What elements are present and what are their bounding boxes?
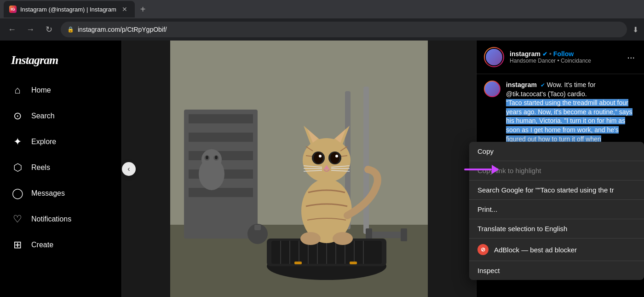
caption-content: instagram ✔ Wow. It's time for @tik.taco… (506, 81, 637, 144)
tab-favicon-icon: IG (9, 6, 17, 13)
sidebar-item-explore[interactable]: ✦ Explore (6, 130, 116, 154)
lock-icon: 🔒 (67, 26, 74, 33)
svg-rect-12 (368, 232, 405, 238)
svg-rect-14 (401, 228, 407, 241)
svg-point-43 (330, 152, 339, 163)
notifications-icon: ♡ (11, 213, 24, 226)
home-icon: ⌂ (11, 84, 24, 97)
svg-point-59 (206, 156, 208, 159)
post-image-svg (122, 41, 476, 297)
reels-icon: ⬡ (11, 161, 24, 174)
post-account-avatar (484, 47, 504, 67)
sidebar-label-create: Create (31, 241, 53, 249)
post-image-container: ‹ (122, 41, 476, 297)
svg-point-56 (201, 149, 222, 169)
reload-button[interactable]: ↻ (42, 23, 55, 36)
svg-rect-8 (363, 87, 369, 234)
svg-point-53 (300, 232, 321, 245)
address-bar: ← → ↻ 🔒 instagram.com/p/CtRpYgpObif/ ⬇ (0, 18, 644, 41)
sidebar-item-notifications[interactable]: ♡ Notifications (6, 207, 116, 231)
post-location: Handsome Dancer • Coincidance (510, 58, 620, 64)
url-path: /p/CtRpYgpObif/ (120, 26, 167, 33)
context-menu-translate[interactable]: Translate selection to English (469, 219, 644, 238)
caption-verified-icon: ✔ (540, 82, 545, 88)
context-menu-print[interactable]: Print... (469, 200, 644, 219)
selected-text-block: "Taco started using the treadmill about … (506, 99, 632, 142)
context-menu-adblock[interactable]: ⊘ AdBlock — best ad blocker (469, 239, 644, 261)
svg-point-44 (319, 155, 322, 157)
verified-badge-icon: ✔ (542, 51, 547, 58)
download-button[interactable]: ⬇ (632, 25, 638, 34)
post-account-info: instagram ✔ • Follow Handsome Dancer • C… (510, 50, 620, 64)
separator: • (549, 50, 552, 58)
translate-label: Translate selection to English (477, 225, 567, 233)
main-content: ‹ instagram ✔ • Follow (122, 41, 644, 297)
print-label: Print... (477, 205, 497, 213)
sidebar-label-home: Home (31, 86, 51, 94)
svg-point-60 (215, 156, 218, 159)
post-header: instagram ✔ • Follow Handsome Dancer • C… (477, 41, 644, 74)
svg-rect-4 (189, 133, 253, 142)
svg-rect-29 (350, 262, 357, 264)
arrow-shaft (464, 169, 492, 170)
follow-button[interactable]: Follow (553, 50, 574, 58)
sidebar-item-create[interactable]: ⊞ Create (6, 233, 116, 257)
tab-title: Instagram (@instagram) | Instagram (20, 6, 116, 13)
context-menu-search-google[interactable]: Search Google for ""Taco started using t… (469, 181, 644, 199)
svg-rect-3 (189, 114, 253, 123)
sidebar-item-search[interactable]: ⊙ Search (6, 104, 116, 128)
search-google-label: Search Google for ""Taco started using t… (477, 186, 614, 194)
copy-label: Copy (477, 147, 494, 155)
url-bar[interactable]: 🔒 instagram.com/p/CtRpYgpObif/ (61, 22, 627, 37)
url-text: instagram.com/p/CtRpYgpObif/ (78, 26, 167, 33)
arrow-head (492, 165, 499, 174)
sidebar-label-messages: Messages (31, 189, 65, 198)
instagram-logo: Instagram (6, 50, 116, 76)
svg-point-54 (333, 232, 353, 245)
post-caption-area: instagram ✔ Wow. It's time for @tik.taco… (477, 74, 644, 151)
forward-button[interactable]: → (24, 23, 37, 36)
context-menu-inspect[interactable]: Inspect (469, 261, 644, 280)
sidebar-label-search: Search (31, 112, 55, 120)
adblock-label: AdBlock — best ad blocker (494, 246, 577, 254)
account-username[interactable]: instagram (510, 50, 540, 58)
tab-bar: IG Instagram (@instagram) | Instagram ✕ … (0, 0, 644, 18)
sidebar-item-messages[interactable]: ◯ Messages (6, 181, 116, 205)
url-domain: instagram.com (78, 26, 120, 33)
back-button[interactable]: ← (6, 23, 18, 36)
active-tab[interactable]: IG Instagram (@instagram) | Instagram ✕ (4, 1, 135, 17)
context-menu-copy[interactable]: Copy (469, 142, 644, 161)
caption-username[interactable]: instagram (506, 81, 537, 88)
svg-rect-28 (294, 262, 302, 264)
more-options-button[interactable]: ··· (625, 50, 637, 64)
instagram-sidebar: Instagram ⌂ Home ⊙ Search ✦ Explore ⬡ Re… (0, 41, 122, 297)
sidebar-item-home[interactable]: ⌂ Home (6, 78, 116, 102)
sidebar-label-reels: Reels (31, 163, 50, 172)
sidebar-label-notifications: Notifications (31, 215, 71, 223)
copy-arrow-indicator (464, 165, 499, 174)
svg-rect-11 (254, 225, 261, 230)
prev-post-button[interactable]: ‹ (122, 162, 136, 176)
svg-point-42 (314, 152, 323, 163)
page-content: Instagram ⌂ Home ⊙ Search ✦ Explore ⬡ Re… (0, 41, 644, 297)
search-icon: ⊙ (11, 110, 24, 122)
svg-point-45 (335, 155, 338, 157)
tab-close-button[interactable]: ✕ (120, 5, 129, 14)
svg-point-31 (303, 138, 351, 182)
browser-chrome: IG Instagram (@instagram) | Instagram ✕ … (0, 0, 644, 41)
messages-icon: ◯ (11, 187, 24, 200)
inspect-label: Inspect (477, 267, 500, 274)
caption-avatar (484, 81, 500, 97)
new-tab-button[interactable]: + (137, 2, 150, 17)
explore-icon: ✦ (11, 135, 24, 148)
sidebar-label-explore: Explore (31, 138, 56, 146)
adblock-icon: ⊘ (477, 244, 489, 255)
sidebar-item-reels[interactable]: ⬡ Reels (6, 156, 116, 180)
context-menu: Copy Copy link to highlight Search Googl… (469, 142, 644, 280)
create-icon: ⊞ (11, 239, 24, 251)
svg-rect-7 (189, 188, 253, 197)
